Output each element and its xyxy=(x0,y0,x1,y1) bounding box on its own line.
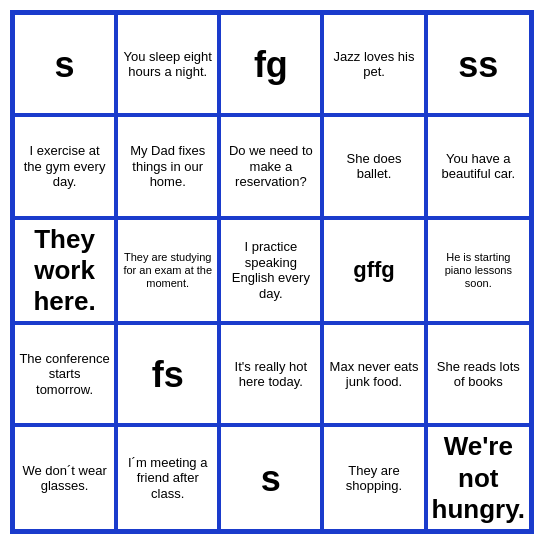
cell-r1c4: You have a beautiful car. xyxy=(426,115,531,217)
cell-r2c0: They work here. xyxy=(13,218,116,324)
cell-r4c3: They are shopping. xyxy=(322,425,425,531)
cell-r2c3: gffg xyxy=(322,218,425,324)
cell-r0c1: You sleep eight hours a night. xyxy=(116,13,219,115)
cell-r0c4: ss xyxy=(426,13,531,115)
cell-r4c4: We're not hungry. xyxy=(426,425,531,531)
cell-r3c3: Max never eats junk food. xyxy=(322,323,425,425)
cell-r3c0: The conference starts tomorrow. xyxy=(13,323,116,425)
cell-r4c1: I´m meeting a friend after class. xyxy=(116,425,219,531)
bingo-board: sYou sleep eight hours a night.fgJazz lo… xyxy=(10,10,534,534)
cell-r1c0: I exercise at the gym every day. xyxy=(13,115,116,217)
cell-r0c3: Jazz loves his pet. xyxy=(322,13,425,115)
cell-r1c1: My Dad fixes things in our home. xyxy=(116,115,219,217)
cell-r1c3: She does ballet. xyxy=(322,115,425,217)
cell-r3c2: It's really hot here today. xyxy=(219,323,322,425)
cell-r0c0: s xyxy=(13,13,116,115)
cell-r4c0: We don´t wear glasses. xyxy=(13,425,116,531)
cell-r2c4: He is starting piano lessons soon. xyxy=(426,218,531,324)
cell-r3c1: fs xyxy=(116,323,219,425)
cell-r2c1: They are studying for an exam at the mom… xyxy=(116,218,219,324)
cell-r1c2: Do we need to make a reservation? xyxy=(219,115,322,217)
cell-r3c4: She reads lots of books xyxy=(426,323,531,425)
cell-r2c2: I practice speaking English every day. xyxy=(219,218,322,324)
cell-r0c2: fg xyxy=(219,13,322,115)
cell-r4c2: s xyxy=(219,425,322,531)
